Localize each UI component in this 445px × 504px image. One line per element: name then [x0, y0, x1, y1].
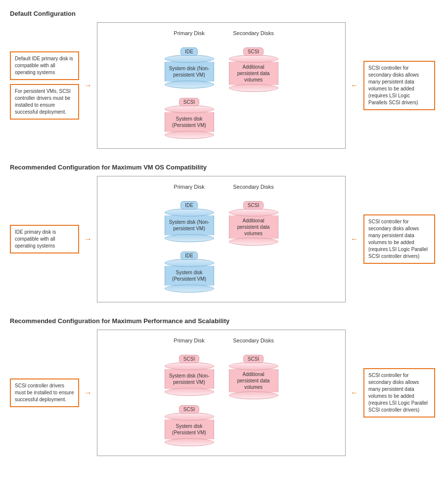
arrow-right-icon: → — [84, 388, 92, 397]
left-notes: Default IDE primary disk is compatible w… — [10, 51, 79, 120]
disk-cylinder: SCSI Additional persistent data volumes — [229, 47, 278, 94]
disk-cylinder: IDE System disk (Non-persistent VM) — [165, 47, 214, 90]
cyl-cap — [165, 209, 214, 216]
section-title: Default Configuration — [10, 10, 435, 17]
cyl-cap — [165, 413, 214, 420]
diagram-area: IDE primary disk is compatible with all … — [10, 176, 435, 302]
config-section-max-compat: Recommended Configuration for Maximum VM… — [10, 164, 435, 302]
cyl-cap — [165, 259, 214, 267]
cyl-bottom — [165, 81, 214, 88]
primary-disk-header: Primary Disk — [174, 30, 204, 36]
cyl-body: Additional persistent data volumes — [229, 215, 278, 239]
cyl-bottom — [165, 285, 214, 293]
primary-disk-col: Primary Disk SCSI System disk (Non-persi… — [165, 337, 214, 448]
arrow-left-icon: ← — [351, 388, 358, 397]
secondary-disk-col: Secondary Disks SCSI Additional persiste… — [229, 184, 278, 294]
cyl-bottom — [229, 238, 278, 246]
left-annotation: SCSI controller drivers must be installe… — [10, 378, 79, 407]
arrow-left-icon: ← — [351, 81, 358, 90]
controller-badge: SCSI — [243, 355, 264, 363]
left-annotation: For persistent VMs, SCSI controller driv… — [10, 84, 79, 120]
cyl-cap — [165, 55, 214, 63]
arrow-left-icon: ← — [351, 235, 358, 244]
disk-cylinder: SCSI System disk (Non-persistent VM) — [165, 355, 214, 398]
cyl-cap — [229, 362, 278, 370]
arrow-right-icon: → — [84, 235, 92, 244]
config-section-default: Default Configuration Default IDE primar… — [10, 10, 435, 149]
section-title: Recommended Configuration for Maximum Pe… — [10, 317, 435, 325]
cyl-cap — [165, 105, 214, 113]
section-title: Recommended Configuration for Maximum VM… — [10, 164, 435, 171]
cyl-bottom — [229, 84, 278, 92]
primary-disk-col: Primary Disk IDE System disk (Non-persis… — [165, 30, 214, 141]
diagram-box: Primary Disk SCSI System disk (Non-persi… — [97, 330, 346, 456]
diagram-box: Primary Disk IDE System disk (Non-persis… — [97, 176, 346, 302]
disk-columns: Primary Disk SCSI System disk (Non-persi… — [107, 337, 335, 448]
controller-badge: SCSI — [243, 201, 264, 210]
right-annotation: SCSI controller for secondary disks allo… — [363, 214, 435, 264]
disk-cylinder: IDE System disk (Persistent VM) — [165, 252, 214, 294]
diagram-area: Default IDE primary disk is compatible w… — [10, 22, 435, 149]
controller-badge: SCSI — [243, 47, 264, 56]
cyl-body: System disk (Persistent VM) — [165, 112, 214, 132]
left-notes: IDE primary disk is compatible with all … — [10, 225, 79, 253]
disk-columns: Primary Disk IDE System disk (Non-persis… — [107, 184, 335, 294]
secondary-disk-col: Secondary Disks SCSI Additional persiste… — [229, 30, 278, 141]
cyl-cap — [229, 55, 278, 63]
cyl-cap — [229, 209, 278, 216]
primary-disk-header: Primary Disk — [174, 337, 204, 343]
cyl-body: System disk (Non-persistent VM) — [165, 62, 214, 82]
disk-cylinder: SCSI System disk (Persistent VM) — [165, 405, 214, 448]
right-annotation: SCSI controller for secondary disks allo… — [363, 368, 435, 418]
cyl-bottom — [165, 131, 214, 139]
secondary-disk-header: Secondary Disks — [233, 184, 274, 190]
cyl-body: System disk (Persistent VM) — [165, 420, 214, 439]
controller-badge: SCSI — [179, 98, 199, 106]
disk-cylinder: SCSI System disk (Persistent VM) — [165, 98, 214, 141]
disk-cylinder: IDE System disk (Non-persistent VM) — [165, 201, 214, 244]
secondary-disk-header: Secondary Disks — [233, 30, 274, 36]
controller-badge: IDE — [180, 47, 198, 56]
cyl-body: Additional persistent data volumes — [229, 62, 278, 85]
disk-columns: Primary Disk IDE System disk (Non-persis… — [107, 30, 335, 141]
left-annotation: Default IDE primary disk is compatible w… — [10, 51, 79, 80]
left-notes: SCSI controller drivers must be installe… — [10, 378, 79, 407]
diagram-area: SCSI controller drivers must be installe… — [10, 330, 435, 456]
controller-badge: IDE — [180, 252, 198, 260]
config-section-max-perf: Recommended Configuration for Maximum Pe… — [10, 317, 435, 456]
cyl-bottom — [165, 388, 214, 396]
controller-badge: IDE — [180, 201, 198, 210]
secondary-disk-header: Secondary Disks — [233, 337, 274, 343]
left-annotation: IDE primary disk is compatible with all … — [10, 225, 79, 253]
right-annotation: SCSI controller for secondary disks allo… — [363, 61, 435, 110]
primary-disk-header: Primary Disk — [174, 184, 204, 190]
arrow-right-icon: → — [84, 81, 92, 90]
cyl-bottom — [165, 234, 214, 242]
controller-badge: SCSI — [179, 405, 199, 414]
controller-badge: SCSI — [179, 355, 199, 363]
disk-cylinder: SCSI Additional persistent data volumes — [229, 201, 278, 248]
cyl-body: System disk (Non-persistent VM) — [165, 369, 214, 389]
diagram-box: Primary Disk IDE System disk (Non-persis… — [97, 22, 346, 149]
cyl-body: System disk (Persistent VM) — [165, 266, 214, 286]
cyl-cap — [165, 362, 214, 370]
cyl-bottom — [229, 391, 278, 399]
disk-cylinder: SCSI Additional persistent data volumes — [229, 355, 278, 401]
cyl-bottom — [165, 438, 214, 446]
cyl-body: System disk (Non-persistent VM) — [165, 215, 214, 235]
secondary-disk-col: Secondary Disks SCSI Additional persiste… — [229, 337, 278, 448]
primary-disk-col: Primary Disk IDE System disk (Non-persis… — [165, 184, 214, 294]
cyl-body: Additional persistent data volumes — [229, 369, 278, 392]
